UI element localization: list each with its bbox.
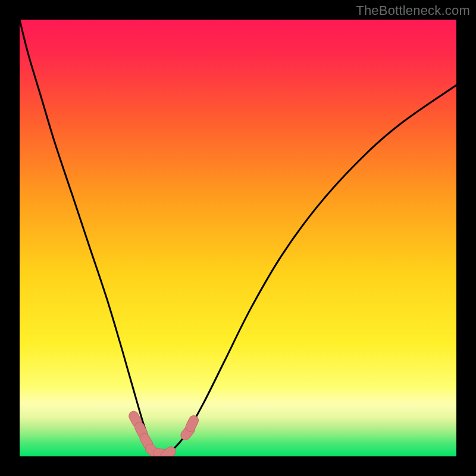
gradient-background [20, 20, 456, 456]
watermark-text: TheBottleneck.com [356, 3, 470, 18]
bottleneck-chart [20, 20, 456, 456]
chart-frame: TheBottleneck.com [0, 0, 476, 476]
